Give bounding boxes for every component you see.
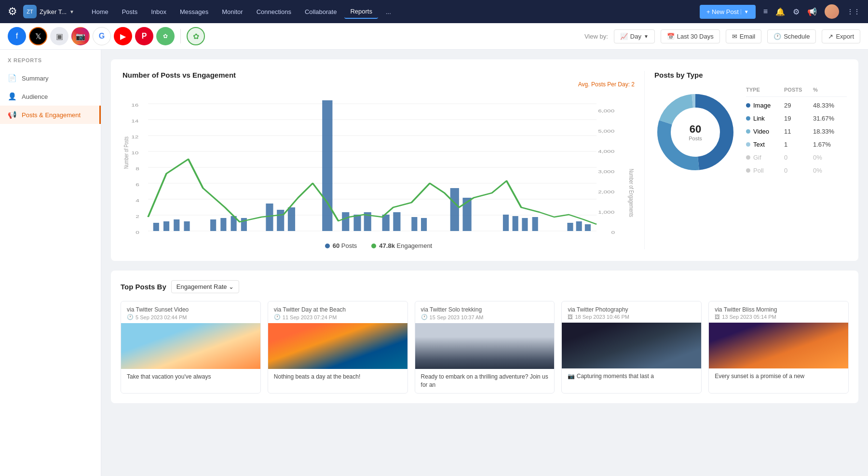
sort-label: Engagement Rate ⌄ — [176, 283, 234, 290]
bell-icon[interactable]: 🔔 — [775, 7, 785, 16]
chart-title: Number of Posts vs Engagement — [122, 71, 635, 79]
type-name-link: Link — [746, 115, 784, 122]
new-post-button[interactable]: + New Post ▼ — [700, 5, 756, 19]
nav-posts[interactable]: Posts — [116, 5, 144, 18]
social-tab-pinterest[interactable]: P — [135, 27, 153, 45]
svg-text:8: 8 — [136, 166, 139, 171]
svg-rect-53 — [576, 221, 582, 231]
type-row-video: Video 11 18.33% — [746, 125, 847, 138]
post-date-3: 🖼 18 Sep 2023 10:46 PM — [568, 314, 695, 320]
post-via-3: via Twitter Photography — [568, 306, 695, 313]
svg-rect-35 — [266, 204, 273, 231]
post-via-4: via Twitter Bliss Morning — [715, 306, 842, 313]
text-count: 1 — [784, 141, 813, 148]
svg-text:Number of Posts: Number of Posts — [122, 136, 129, 169]
gif-count: 0 — [784, 154, 813, 161]
social-tab-facebook[interactable]: f — [8, 27, 26, 45]
nav-home[interactable]: Home — [86, 5, 114, 18]
post-card-3: via Twitter Photography 🖼 18 Sep 2023 10… — [561, 301, 702, 394]
top-posts-card: Top Posts By Engagement Rate ⌄ via Twitt… — [111, 271, 858, 403]
social-tabs-bar: f 𝕏 ▣ 📷 G ▶ P ✿ ✿ View by: 📈 Day ▼ 📅 Las… — [0, 23, 868, 50]
type-name-video: Video — [746, 128, 784, 135]
social-tab-google[interactable]: G — [93, 27, 111, 45]
nav-more[interactable]: ... — [380, 5, 397, 18]
new-post-label: + New Post — [706, 8, 739, 15]
hamburger-icon[interactable]: ≡ — [763, 7, 768, 16]
email-button[interactable]: ✉ Email — [726, 29, 762, 43]
brand-name: Zylker T... — [40, 8, 67, 15]
sidebar-section-title: X REPORTS — [0, 57, 101, 69]
image-icon-3: 🖼 — [568, 314, 573, 320]
post-caption-1: Nothing beats a day at the beach! — [268, 369, 407, 385]
view-by-label: View by: — [584, 33, 608, 40]
posts-icon: 📢 — [8, 110, 17, 119]
social-tab-other[interactable]: ✿ — [187, 27, 205, 45]
sidebar-item-summary[interactable]: 📄 Summary — [0, 69, 101, 87]
video-dot — [746, 129, 750, 134]
post-header-1: via Twitter Day at the Beach 🕐 11 Sep 20… — [268, 301, 407, 323]
post-date-4: 🖼 13 Sep 2023 05:14 PM — [715, 314, 842, 320]
export-icon: ↗ — [828, 33, 833, 40]
app-logo: ⚙ — [8, 5, 17, 18]
post-date-2: 🕐 15 Sep 2023 10:37 AM — [421, 314, 549, 320]
type-table: TYPE POSTS % Image 29 48.33% — [746, 87, 847, 177]
nav-icon-group: ≡ 🔔 ⚙ 📢 ⋮⋮ — [763, 4, 860, 19]
social-tab-instagram[interactable]: 📷 — [71, 27, 90, 45]
new-post-dropdown-icon[interactable]: ▼ — [741, 9, 749, 14]
social-tab-buffer[interactable]: ▣ — [50, 27, 68, 45]
post-image-2 — [415, 323, 555, 369]
sidebar-item-posts-engagement[interactable]: 📢 Posts & Engagement — [0, 106, 101, 124]
col-posts: POSTS — [784, 87, 813, 93]
export-button[interactable]: ↗ Export — [822, 29, 860, 43]
nav-connections[interactable]: Connections — [251, 5, 297, 18]
posts-by-type-section: Posts by Type — [644, 71, 847, 249]
brand-icon: ZT — [23, 5, 37, 18]
clock-icon-1: 🕐 — [274, 314, 281, 320]
svg-rect-50 — [522, 218, 528, 231]
megaphone-icon[interactable]: 📢 — [807, 7, 817, 16]
clock-icon-2: 🕐 — [421, 314, 428, 320]
nav-reports[interactable]: Reports — [344, 5, 378, 19]
svg-text:Number of Engagements: Number of Engagements — [628, 169, 635, 217]
gif-dot — [746, 155, 750, 160]
image-count: 29 — [784, 102, 813, 109]
schedule-button[interactable]: 🕐 Schedule — [767, 29, 816, 43]
svg-rect-42 — [382, 215, 390, 231]
export-label: Export — [836, 33, 854, 40]
post-card-4: via Twitter Bliss Morning 🖼 13 Sep 2023 … — [708, 301, 849, 394]
settings-icon[interactable]: ⚙ — [793, 7, 800, 16]
legend-posts: 60 Posts — [325, 242, 357, 249]
day-selector[interactable]: 📈 Day ▼ — [614, 29, 655, 43]
tab-divider — [180, 29, 181, 43]
nav-messages[interactable]: Messages — [174, 5, 214, 18]
post-card-2: via Twitter Solo trekking 🕐 15 Sep 2023 … — [415, 301, 555, 394]
post-header-0: via Twitter Sunset Video 🕐 5 Sep 2023 02… — [121, 301, 260, 323]
social-tab-twitter[interactable]: 𝕏 — [29, 27, 47, 45]
svg-rect-36 — [277, 210, 284, 231]
svg-rect-46 — [450, 188, 459, 231]
grid-icon[interactable]: ⋮⋮ — [847, 8, 860, 15]
post-caption-0: Take that vacation you've always — [121, 369, 260, 385]
date-range-selector[interactable]: 📅 Last 30 Days — [661, 29, 720, 43]
sidebar: X REPORTS 📄 Summary 👤 Audience 📢 Posts &… — [0, 50, 101, 476]
sort-selector[interactable]: Engagement Rate ⌄ — [171, 280, 239, 293]
post-image-3 — [562, 323, 701, 368]
post-via-0: via Twitter Sunset Video — [127, 306, 255, 313]
user-avatar[interactable] — [825, 4, 839, 19]
image-pct: 48.33% — [813, 102, 847, 109]
legend-engagement-label: 47.8k Engagement — [379, 242, 432, 249]
nav-monitor[interactable]: Monitor — [216, 5, 248, 18]
nav-inbox[interactable]: Inbox — [145, 5, 172, 18]
col-pct: % — [813, 87, 847, 93]
sidebar-item-audience[interactable]: 👤 Audience — [0, 87, 101, 106]
post-date-0: 🕐 5 Sep 2023 02:44 PM — [127, 314, 255, 320]
brand-selector[interactable]: ZT Zylker T... ▼ — [23, 5, 74, 18]
nav-collaborate[interactable]: Collaborate — [299, 5, 343, 18]
post-caption-3: 📷 Capturing moments that last a — [562, 368, 701, 384]
post-header-2: via Twitter Solo trekking 🕐 15 Sep 2023 … — [415, 301, 555, 323]
post-header-4: via Twitter Bliss Morning 🖼 13 Sep 2023 … — [709, 301, 848, 323]
social-tab-sprout[interactable]: ✿ — [156, 27, 175, 45]
svg-rect-29 — [174, 219, 179, 231]
post-card-1: via Twitter Day at the Beach 🕐 11 Sep 20… — [268, 301, 408, 394]
social-tab-youtube[interactable]: ▶ — [114, 27, 132, 45]
